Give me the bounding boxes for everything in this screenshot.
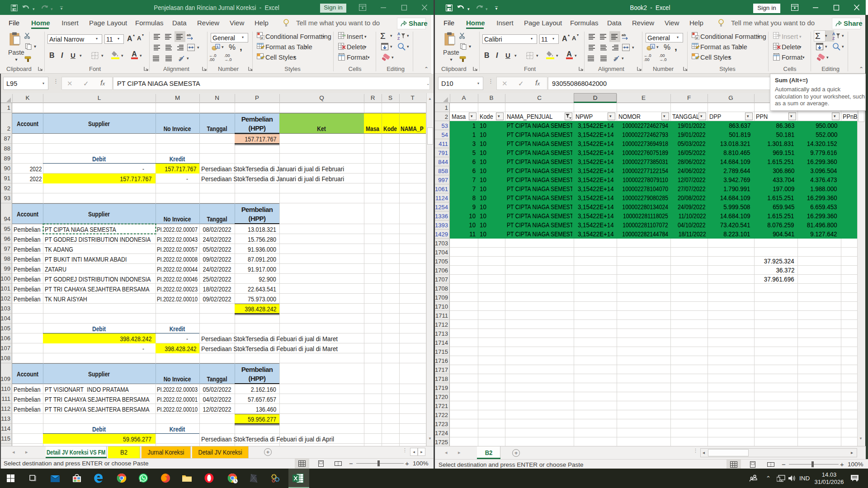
svg-text:≠: ≠ [696, 36, 698, 40]
svg-text:A: A [397, 32, 400, 36]
svg-text:$: $ [217, 45, 219, 49]
svg-text:Z: Z [832, 36, 835, 40]
svg-text:A: A [832, 32, 835, 36]
svg-text:ab: ab [622, 33, 626, 37]
svg-text:≠: ≠ [261, 36, 264, 40]
svg-text:$: $ [651, 45, 654, 49]
svg-text:ab: ab [187, 33, 191, 37]
svg-text:Z: Z [397, 36, 400, 40]
